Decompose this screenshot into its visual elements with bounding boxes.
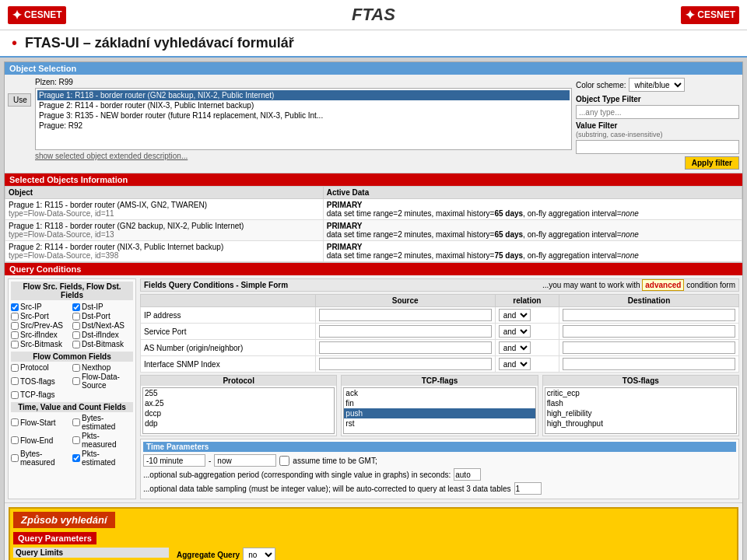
list-item[interactable]: 255 — [143, 388, 334, 398]
pkts-measured-checkbox[interactable] — [72, 436, 80, 444]
common-fields-grid: Protocol Nexthop TOS-flags Flow-Data-Sou… — [11, 363, 133, 399]
plzen-label: Plzen: R99 — [35, 78, 572, 86]
color-scheme-row: Color scheme: white/blue — [576, 78, 739, 92]
port-source-input[interactable] — [319, 325, 492, 338]
list-item[interactable]: flash — [545, 398, 736, 408]
time-end-input[interactable] — [214, 454, 276, 467]
pkts-estimated-checkbox[interactable] — [72, 454, 80, 462]
advanced-link[interactable]: advanced — [642, 279, 684, 291]
dst-bitmask-label: Dst-Bitmask — [82, 340, 124, 348]
field-tos-flags: TOS-flags — [11, 373, 72, 390]
as-dest-input[interactable] — [563, 341, 735, 354]
use-button[interactable]: Use — [8, 93, 31, 107]
list-item[interactable]: high_relibility — [545, 408, 736, 418]
dst-port-checkbox[interactable] — [72, 313, 80, 320]
active-data-sub: data set time range=2 minutes, maximal h… — [327, 209, 738, 218]
color-scheme-select[interactable]: white/blue — [629, 78, 685, 92]
object-cell: Prague 1: R118 - border router (GN2 back… — [5, 220, 324, 241]
list-item[interactable]: high_throughput — [545, 418, 736, 429]
bytes-measured-checkbox[interactable] — [11, 454, 19, 462]
common-fields-title: Flow Common Fields — [11, 352, 133, 362]
fq-dest-cell — [559, 356, 739, 373]
src-port-checkbox[interactable] — [11, 313, 19, 320]
gmt-checkbox[interactable] — [279, 456, 289, 466]
snmp-relation-select[interactable]: andor — [499, 358, 531, 370]
object-name: Prague 1: R118 - border router (GN2 back… — [9, 222, 320, 230]
dst-ip-checkbox[interactable] — [72, 303, 80, 311]
tcp-flags-title: TCP-flags — [342, 376, 537, 386]
table-row: Service Port andor — [141, 324, 739, 340]
as-source-input[interactable] — [319, 341, 492, 354]
list-item[interactable]: rst — [344, 418, 535, 429]
bytes-estimated-checkbox[interactable] — [72, 418, 80, 426]
obj-type-filter-input[interactable] — [576, 105, 739, 119]
sampling-input[interactable] — [514, 482, 542, 495]
nexthop-checkbox[interactable] — [72, 364, 80, 372]
time-start-input[interactable] — [143, 454, 205, 467]
list-item[interactable]: dccp — [143, 408, 334, 418]
snmp-source-input[interactable] — [319, 358, 492, 370]
aggregate-select[interactable]: no yes — [243, 548, 275, 560]
main-content: Object Selection Use Plzen: R99 Prague 1… — [4, 61, 743, 560]
field-src-ifindex: Src-ifIndex — [11, 331, 72, 339]
col-source: Source — [315, 295, 495, 307]
list-item[interactable]: ddp — [143, 418, 334, 429]
tcp-flags-checkbox[interactable] — [11, 391, 19, 399]
protocol-list[interactable]: 255 ax.25 dccp ddp — [142, 387, 335, 434]
ip-relation-select[interactable]: andor — [499, 309, 531, 321]
flow-data-source-label: Flow-Data-Source — [82, 373, 133, 390]
show-description-link[interactable]: show selected object extended descriptio… — [35, 152, 572, 160]
list-item[interactable]: Prague 2: R114 - border router (NIX-3, P… — [37, 100, 570, 110]
src-ifindex-checkbox[interactable] — [11, 331, 19, 339]
time-parameters-panel: Time Parameters - assume time to be GMT;… — [140, 439, 739, 499]
dst-ifindex-checkbox[interactable] — [72, 331, 80, 339]
flow-start-label: Flow-Start — [20, 418, 56, 427]
fq-row-label: Interface SNMP Index — [141, 356, 316, 373]
query-conditions-header: Query Conditions — [5, 263, 742, 275]
src-ip-checkbox[interactable] — [11, 303, 19, 311]
tcp-flags-list[interactable]: ack fin push rst — [343, 387, 535, 434]
fq-row-label: AS Number (origin/neighbor) — [141, 340, 316, 356]
ip-dest-input[interactable] — [563, 309, 735, 321]
object-selection-header: Object Selection — [5, 62, 742, 75]
tos-flags-list[interactable]: critic_ecp flash high_relibility high_th… — [545, 387, 737, 434]
port-dest-input[interactable] — [563, 325, 735, 338]
value-filter-input[interactable] — [576, 140, 739, 154]
qc-body: Flow Src. Fields, Flow Dst. Fields Src-I… — [5, 275, 742, 502]
qp-right-panel: Aggregate Query no yes Enabling this opt… — [177, 548, 734, 560]
tos-flags-checkbox[interactable] — [11, 377, 19, 385]
list-item[interactable]: Prague 1: R118 - border router (GN2 back… — [37, 90, 570, 100]
list-item[interactable]: Prague: R92 — [37, 121, 570, 131]
src-prev-as-checkbox[interactable] — [11, 322, 19, 330]
src-prev-as-label: Src/Prev-AS — [20, 321, 63, 330]
sub-agg-input[interactable] — [454, 468, 481, 481]
cesnet-logo-left: ✦ CESNET — [8, 6, 66, 24]
object-list[interactable]: Prague 1: R118 - border router (GN2 back… — [35, 88, 572, 150]
protocol-title: Protocol — [141, 376, 336, 386]
flow-data-source-checkbox[interactable] — [72, 377, 80, 385]
list-item[interactable]: ax.25 — [143, 398, 334, 408]
ip-source-input[interactable] — [319, 309, 492, 321]
flow-start-checkbox[interactable] — [11, 418, 19, 426]
list-item[interactable]: push — [344, 408, 535, 418]
as-relation-select[interactable]: andor — [499, 341, 531, 354]
dst-next-as-checkbox[interactable] — [72, 322, 80, 330]
page-header: ✦ CESNET FTAS ✦ CESNET — [0, 0, 747, 30]
dst-bitmask-checkbox[interactable] — [72, 341, 80, 348]
snmp-dest-input[interactable] — [563, 358, 735, 370]
pkts-estimated-label: Pkts-estimated — [82, 450, 133, 467]
port-relation-select[interactable]: andor — [499, 325, 531, 338]
list-item[interactable]: fin — [344, 398, 535, 408]
value-filter-note: (substring, case-insensitive) — [576, 131, 739, 138]
list-item[interactable]: Prague 3: R135 - NEW border router (futu… — [37, 110, 570, 121]
list-item[interactable]: ack — [344, 388, 535, 398]
tcp-flags-box: TCP-flags ack fin push rst — [341, 375, 538, 436]
protocol-checkbox[interactable] — [11, 364, 19, 372]
apply-filter-button[interactable]: Apply filter — [685, 156, 739, 170]
flow-end-checkbox[interactable] — [11, 436, 19, 444]
field-bytes-measured: Bytes-measured — [11, 450, 72, 467]
src-bitmask-checkbox[interactable] — [11, 341, 19, 348]
field-flow-data-source: Flow-Data-Source — [72, 373, 133, 390]
list-item[interactable]: critic_ecp — [545, 388, 736, 398]
fq-header-text: Fields Query Conditions - Simple Form — [144, 281, 288, 289]
